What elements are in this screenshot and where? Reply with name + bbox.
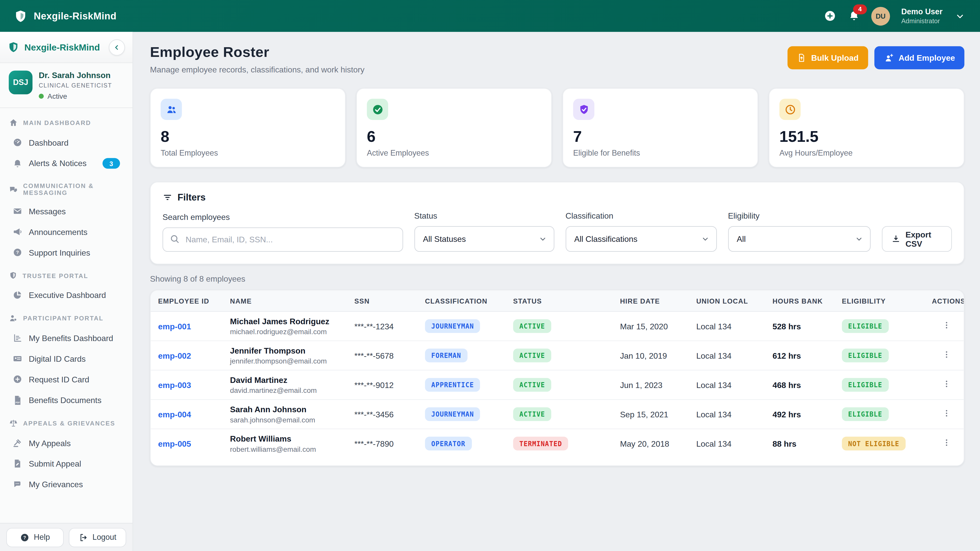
- bell-icon: [13, 159, 22, 168]
- row-actions-button[interactable]: [924, 409, 964, 420]
- search-icon: [169, 233, 180, 245]
- sidebar-item-benefits-dashboard[interactable]: My Benefits Dashboard: [7, 328, 125, 348]
- table-header-row: EMPLOYEE ID NAME SSN CLASSIFICATION STAT…: [151, 291, 964, 312]
- employee-id-link[interactable]: emp-001: [151, 321, 223, 331]
- filter-icon: [162, 192, 172, 202]
- union-local: Local 134: [689, 439, 765, 448]
- main-content: Employee Roster Manage employee records,…: [133, 32, 980, 551]
- classification-select[interactable]: All Classifications: [566, 226, 717, 252]
- stat-value: 6: [367, 127, 541, 146]
- section-communication: COMMUNICATION & MESSAGING: [9, 183, 124, 196]
- employee-id-link[interactable]: emp-002: [151, 351, 223, 360]
- employee-email: robert.williams@email.com: [230, 445, 339, 453]
- sidebar-user-status: Active: [48, 92, 67, 100]
- search-label: Search employees: [162, 213, 403, 222]
- sidebar-item-support[interactable]: ? Support Inquiries: [7, 242, 125, 262]
- union-local: Local 134: [689, 380, 765, 389]
- employee-email: david.martinez@email.com: [230, 387, 339, 394]
- logout-button[interactable]: Logout: [68, 527, 126, 547]
- quick-add-button[interactable]: [824, 10, 836, 22]
- sidebar-collapse-button[interactable]: [109, 39, 125, 56]
- table-row: emp-005 Robert Williamsrobert.williams@e…: [151, 429, 964, 458]
- eligibility-badge: ELIGIBLE: [842, 349, 889, 362]
- employee-name: Sarah Ann Johnson: [230, 405, 339, 414]
- section-appeals-grievances: APPEALS & GRIEVANCES: [9, 419, 124, 428]
- eligibility-badge: ELIGIBLE: [842, 319, 889, 333]
- logout-icon: [79, 533, 88, 542]
- chat-icon: [9, 185, 18, 194]
- classification-badge: OPERATOR: [425, 437, 472, 451]
- sidebar-item-my-grievances[interactable]: My Grievances: [7, 474, 125, 494]
- pie-chart-icon: [13, 290, 22, 300]
- row-actions-button[interactable]: [924, 321, 964, 332]
- union-local: Local 134: [689, 351, 765, 360]
- sidebar-header: Nexgile-RiskMind: [0, 32, 132, 63]
- col-classification: CLASSIFICATION: [417, 297, 506, 304]
- search-input[interactable]: [162, 227, 403, 252]
- export-csv-button[interactable]: Export CSV: [882, 226, 952, 252]
- status-badge: ACTIVE: [513, 349, 551, 362]
- status-badge: ACTIVE: [513, 319, 551, 333]
- notifications-button[interactable]: 4: [848, 10, 860, 22]
- sidebar-item-executive-dashboard[interactable]: Executive Dashboard: [7, 285, 125, 305]
- sidebar-item-request-id-card[interactable]: Request ID Card: [7, 369, 125, 389]
- add-employee-button[interactable]: Add Employee: [874, 46, 964, 69]
- table-row: emp-001 Michael James Rodriguezmichael.r…: [151, 312, 964, 341]
- help-button[interactable]: ? Help: [6, 527, 64, 547]
- row-actions-button[interactable]: [924, 350, 964, 361]
- sidebar-brand: Nexgile-RiskMind: [24, 42, 104, 52]
- status-select[interactable]: All Statuses: [414, 226, 554, 252]
- employee-email: michael.rodriguez@email.com: [230, 328, 339, 335]
- employee-id-link[interactable]: emp-003: [151, 380, 223, 389]
- help-circle-icon: ?: [13, 248, 22, 257]
- hours-bank: 468 hrs: [765, 380, 835, 389]
- col-actions: ACTIONS: [924, 297, 964, 304]
- sidebar-item-dashboard[interactable]: Dashboard: [7, 132, 125, 152]
- person-add-icon: [883, 53, 894, 63]
- gauge-icon: [13, 138, 22, 148]
- eligibility-label: Eligibility: [728, 211, 870, 221]
- sidebar-item-alerts[interactable]: Alerts & Notices 3: [7, 153, 125, 174]
- section-trustee-portal: TRUSTEE PORTAL: [9, 271, 124, 280]
- filters-title: Filters: [178, 192, 206, 203]
- shield-logo-icon: [7, 41, 19, 53]
- row-actions-button[interactable]: [924, 380, 964, 391]
- hire-date: Sep 15, 2021: [612, 410, 689, 419]
- document-pen-icon: [13, 459, 22, 468]
- employee-name: Jennifer Thompson: [230, 346, 339, 356]
- bulk-upload-button[interactable]: Bulk Upload: [788, 46, 868, 69]
- page-subtitle: Manage employee records, classifications…: [150, 65, 365, 75]
- status-label: Status: [414, 211, 554, 221]
- employee-ssn: ***-**-1234: [347, 321, 417, 331]
- col-ssn: SSN: [347, 297, 417, 304]
- shield-logo-icon: [14, 9, 27, 23]
- sidebar-item-submit-appeal[interactable]: Submit Appeal: [7, 454, 125, 473]
- topbar: Nexgile-RiskMind 4 DU Demo User Administ…: [0, 0, 980, 32]
- sidebar-item-benefits-documents[interactable]: PDF Benefits Documents: [7, 390, 125, 410]
- employee-ssn: ***-**-5678: [347, 351, 417, 360]
- sidebar-item-my-appeals[interactable]: My Appeals: [7, 433, 125, 453]
- topbar-actions: 4 DU Demo User Administrator: [824, 6, 966, 25]
- app: Nexgile-RiskMind 4 DU Demo User Administ…: [0, 0, 980, 551]
- sidebar-item-messages[interactable]: Messages: [7, 201, 125, 221]
- user-menu[interactable]: Demo User Administrator: [901, 8, 942, 24]
- sidebar-item-announcements[interactable]: Announcements: [7, 222, 125, 241]
- eligibility-select[interactable]: All: [728, 226, 870, 252]
- chevron-down-icon[interactable]: [954, 10, 966, 22]
- status-badge: ACTIVE: [513, 378, 551, 392]
- classification-label: Classification: [566, 211, 717, 221]
- stat-value: 7: [573, 127, 748, 146]
- avatar[interactable]: DU: [871, 6, 890, 25]
- eligibility-badge: NOT ELIGIBLE: [842, 437, 905, 451]
- stat-label: Active Employees: [367, 149, 541, 157]
- sidebar-item-digital-id-cards[interactable]: Digital ID Cards: [7, 349, 125, 368]
- row-actions-button[interactable]: [924, 438, 964, 449]
- eligibility-badge: ELIGIBLE: [842, 378, 889, 392]
- col-hours-bank: HOURS BANK: [765, 297, 835, 304]
- stat-label: Total Employees: [161, 149, 335, 157]
- employee-id-link[interactable]: emp-004: [151, 410, 223, 419]
- employee-email: sarah.johnson@email.com: [230, 416, 339, 424]
- col-hire-date: HIRE DATE: [612, 297, 689, 304]
- classification-badge: APPRENTICE: [425, 378, 480, 392]
- employee-id-link[interactable]: emp-005: [151, 439, 223, 448]
